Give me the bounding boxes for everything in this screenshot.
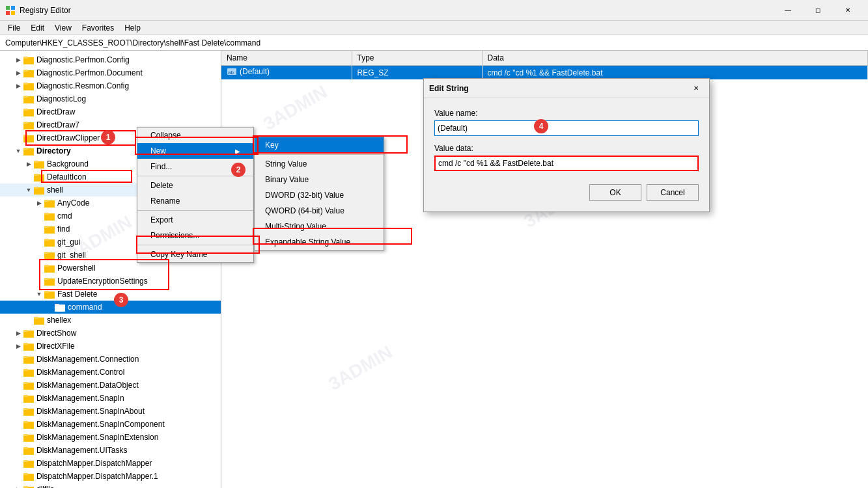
menu-help[interactable]: Help — [119, 22, 146, 34]
menu-favorites[interactable]: Favorites — [77, 22, 119, 34]
dialog-close-button[interactable]: ✕ — [688, 81, 704, 96]
expand-icon: ▶ — [13, 328, 23, 338]
separator — [137, 176, 253, 176]
expand-icon: ▶ — [13, 484, 23, 488]
tree-item-directxfile[interactable]: ▶ DirectXFile — [0, 340, 221, 353]
svg-rect-51 — [23, 356, 28, 358]
close-button[interactable]: ✕ — [833, 0, 863, 21]
tree-item-diskmgmt-snapin[interactable]: ▶ DiskManagement.SnapIn — [0, 392, 221, 405]
context-permissions[interactable]: Permissions... — [137, 228, 253, 243]
expand-icon: ▶ — [34, 198, 44, 208]
folder-icon — [23, 68, 34, 77]
context-menu: Collapse New ▶ Find... Delete Rename Exp… — [137, 127, 254, 263]
tree-item-diskmgmt-conn[interactable]: ▶ DiskManagement.Connection — [0, 353, 221, 366]
tree-item-fast-delete[interactable]: ▼ Fast Delete — [0, 288, 221, 301]
svg-rect-35 — [44, 252, 49, 254]
context-new[interactable]: New ▶ — [137, 143, 253, 159]
tree-label: shell — [47, 185, 63, 195]
context-find[interactable]: Find... — [137, 159, 253, 174]
submenu-arrow: ▶ — [235, 148, 240, 155]
tree-item-dispatch2[interactable]: ▶ DispatchMapper.DispatchMapper.1 — [0, 470, 221, 483]
menu-view[interactable]: View — [49, 22, 77, 34]
dialog-title: Edit String — [429, 84, 688, 93]
menu-file[interactable]: File — [3, 22, 25, 34]
minimize-button[interactable]: — — [773, 0, 803, 21]
svg-rect-1 — [11, 6, 15, 10]
folder-icon — [23, 433, 34, 442]
tree-item-powershell[interactable]: ▶ Powershell — [0, 262, 221, 275]
tree-label: command — [68, 303, 102, 312]
submenu-expandable-value[interactable]: Expandable String Value — [255, 234, 384, 250]
tree-item-diskmgmt-uitasks[interactable]: ▶ DiskManagement.UITasks — [0, 444, 221, 457]
svg-rect-15 — [23, 122, 28, 124]
submenu-multistring-value[interactable]: Multi-String Value — [255, 219, 384, 234]
value-name-input[interactable] — [434, 120, 699, 136]
tree-item-diskmgmt-snapincomp[interactable]: ▶ DiskManagement.SnapInComponent — [0, 418, 221, 431]
folder-icon — [23, 381, 34, 390]
tree-item-diagnostic-perfmon-config[interactable]: ▶ Diagnostic.Perfmon.Config — [0, 53, 221, 66]
context-collapse[interactable]: Collapse — [137, 128, 253, 143]
tree-label: AnyCode — [57, 198, 89, 208]
folder-icon — [44, 211, 55, 221]
svg-text:ab: ab — [228, 70, 234, 75]
cell-name: ab (Default) — [221, 66, 352, 80]
svg-rect-17 — [23, 135, 28, 137]
context-export[interactable]: Export — [137, 212, 253, 228]
table-row[interactable]: ab (Default) REG_SZ cmd /c "cd %1 && Fas… — [221, 66, 868, 80]
folder-icon — [23, 107, 34, 116]
ok-button[interactable]: OK — [589, 184, 641, 201]
tree-label: dllfile — [36, 485, 54, 488]
tree-item-diskmgmt-data[interactable]: ▶ DiskManagement.DataObject — [0, 379, 221, 392]
tree-label: DirectShow — [36, 329, 76, 338]
tree-item-updateencryption[interactable]: ▶ UpdateEncryptionSettings — [0, 275, 221, 288]
tree-item-diskmgmt-ctrl[interactable]: ▶ DiskManagement.Control — [0, 366, 221, 379]
svg-rect-47 — [23, 330, 28, 332]
tree-item-diagnosticlog[interactable]: ▶ DiagnosticLog — [0, 92, 221, 105]
value-data-input[interactable] — [434, 156, 699, 171]
expand-icon: ▶ — [13, 55, 23, 65]
submenu: Key String Value Binary Value DWORD (32-… — [254, 137, 384, 251]
tree-item-command[interactable]: ▶ command — [0, 301, 221, 314]
submenu-key[interactable]: Key — [255, 137, 384, 153]
tree-panel[interactable]: ▶ Diagnostic.Perfmon.Config ▶ Diagnostic… — [0, 51, 221, 488]
folder-icon — [44, 237, 55, 247]
tree-item-shellex[interactable]: ▶ shellex — [0, 314, 221, 327]
tree-label: Background — [47, 159, 89, 169]
svg-rect-9 — [23, 83, 28, 85]
expand-icon: ▼ — [34, 289, 44, 299]
col-data: Data — [482, 51, 868, 66]
tree-item-diskmgmt-snapinabout[interactable]: ▶ DiskManagement.SnapInAbout — [0, 405, 221, 418]
tree-label: shellex — [47, 316, 71, 325]
context-rename[interactable]: Rename — [137, 193, 253, 209]
tree-item-dllfile[interactable]: ▶ dllfile — [0, 483, 221, 488]
folder-icon — [23, 355, 34, 364]
tree-item-dispatch1[interactable]: ▶ DispatchMapper.DispatchMapper — [0, 457, 221, 470]
tree-item-directshow[interactable]: ▶ DirectShow — [0, 327, 221, 340]
submenu-qword-value[interactable]: QWORD (64-bit) Value — [255, 203, 384, 219]
context-copy-key[interactable]: Copy Key Name — [137, 247, 253, 262]
cancel-button[interactable]: Cancel — [647, 184, 699, 201]
tree-item-diagnostic-perfmon-doc[interactable]: ▶ Diagnostic.Perfmon.Document — [0, 66, 221, 79]
folder-icon — [23, 133, 34, 142]
context-delete[interactable]: Delete — [137, 178, 253, 193]
svg-rect-49 — [23, 343, 28, 345]
submenu-binary-value[interactable]: Binary Value — [255, 172, 384, 187]
tree-item-diskmgmt-snapinext[interactable]: ▶ DiskManagement.SnapInExtension — [0, 431, 221, 444]
edit-string-dialog: Edit String ✕ Value name: Value data: OK… — [423, 78, 710, 212]
address-bar: Computer\HKEY_CLASSES_ROOT\Directory\she… — [0, 35, 868, 51]
tree-label: DiagnosticLog — [36, 94, 86, 103]
dialog-title-bar: Edit String ✕ — [424, 79, 709, 98]
tree-item-diagnostic-resmon[interactable]: ▶ Diagnostic.Resmon.Config — [0, 79, 221, 92]
registry-table: Name Type Data ab (Default) REG_SZ cmd /… — [221, 51, 868, 79]
tree-item-directdraw[interactable]: ▶ DirectDraw — [0, 105, 221, 118]
svg-rect-11 — [23, 96, 28, 98]
svg-rect-33 — [44, 239, 49, 241]
app-icon — [5, 5, 16, 16]
submenu-string-value[interactable]: String Value — [255, 156, 384, 172]
svg-rect-13 — [23, 109, 28, 111]
folder-icon — [23, 485, 34, 488]
submenu-dword-value[interactable]: DWORD (32-bit) Value — [255, 187, 384, 203]
tree-label: git_shell — [57, 251, 86, 260]
menu-edit[interactable]: Edit — [25, 22, 49, 34]
restore-button[interactable]: ◻ — [803, 0, 833, 21]
